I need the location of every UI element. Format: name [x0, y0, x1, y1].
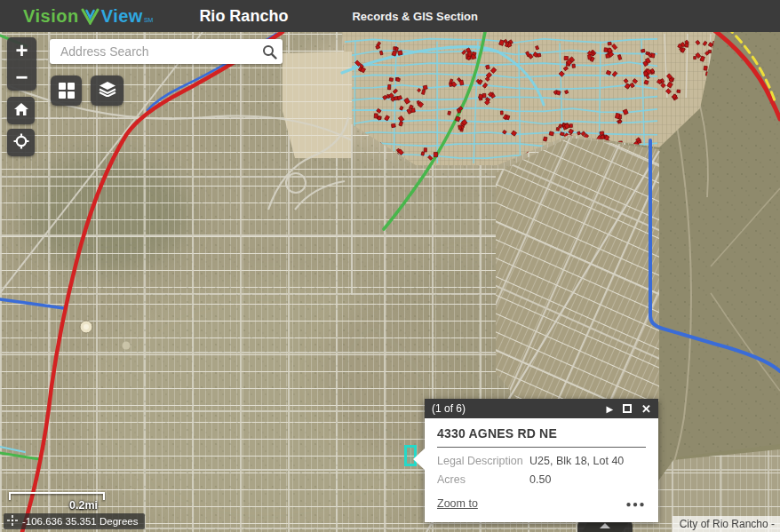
ellipsis-menu-icon[interactable]: ●●● — [625, 499, 646, 509]
popup-pointer — [413, 449, 425, 470]
layers-button[interactable] — [91, 75, 123, 106]
locate-button[interactable] — [7, 129, 35, 156]
coordinates-widget: -106.636 35.351 Degrees — [4, 513, 145, 529]
zoom-in-button[interactable]: + — [7, 37, 36, 64]
crosshair-icon — [7, 513, 18, 529]
search-icon[interactable] — [256, 44, 283, 60]
locate-icon — [13, 133, 29, 153]
zoom-out-button[interactable]: − — [7, 64, 36, 91]
attribute-label: Legal Description — [437, 455, 529, 467]
basemap-gallery-button[interactable] — [51, 75, 82, 106]
layers-icon — [99, 81, 116, 100]
popup-body: 4330 AGNES RD NE Legal Description U25, … — [425, 418, 658, 516]
attribute-value: 0.50 — [529, 473, 551, 486]
section-title: Records & GIS Section — [352, 10, 478, 23]
coordinates-readout: -106.636 35.351 Degrees — [22, 516, 138, 527]
logo-servicemark: SM — [144, 17, 154, 23]
popup-pager: (1 of 6) — [432, 402, 466, 415]
app-window: Vision View SM Rio Rancho Records & GIS … — [0, 0, 780, 532]
logo-word-view: View — [101, 6, 143, 27]
logo-word-vision: Vision — [23, 6, 79, 27]
zoom-control: + − — [7, 37, 36, 91]
logo-v-icon — [81, 8, 99, 28]
scale-bar: 0.2mi — [9, 492, 105, 500]
home-icon — [13, 102, 29, 120]
feature-popup: (1 of 6) ▶ ✕ 4330 AGNES RD NE Legal Desc… — [425, 399, 658, 522]
scale-bar-label: 0.2mi — [69, 499, 98, 512]
zoom-to-link[interactable]: Zoom to — [437, 497, 478, 510]
attribute-value: U25, Blk 18, Lot 40 — [529, 455, 624, 467]
vision-view-logo: Vision View SM — [23, 5, 153, 27]
address-search-box — [50, 39, 283, 64]
maximize-icon[interactable] — [623, 404, 632, 413]
attribute-label: Acres — [437, 473, 529, 486]
home-button[interactable] — [7, 97, 35, 124]
close-icon[interactable]: ✕ — [641, 402, 651, 416]
chevron-up-icon — [600, 523, 610, 528]
attribute-row: Acres 0.50 — [437, 473, 646, 486]
popup-title: 4330 AGNES RD NE — [437, 426, 646, 441]
app-header: Vision View SM Rio Rancho Records & GIS … — [0, 0, 780, 32]
popup-header: (1 of 6) ▶ ✕ — [425, 399, 658, 418]
map-attribution: City of Rio Rancho - — [673, 516, 780, 532]
next-feature-icon[interactable]: ▶ — [606, 404, 613, 414]
basemap-grid-icon — [59, 83, 75, 99]
search-input[interactable] — [50, 44, 256, 59]
page-title: Rio Rancho — [199, 7, 288, 26]
attribute-row: Legal Description U25, Blk 18, Lot 40 — [437, 455, 646, 467]
